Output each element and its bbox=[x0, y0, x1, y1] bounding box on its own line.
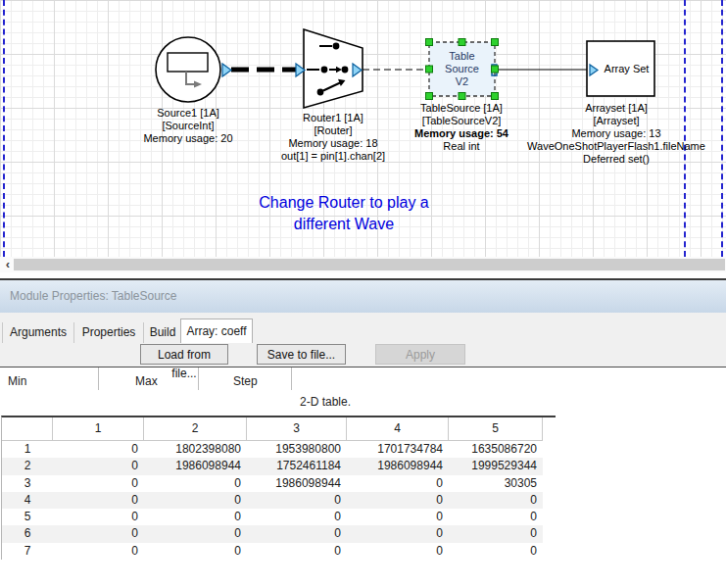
apply-button[interactable]: Apply bbox=[375, 344, 465, 365]
table-row: 700000 bbox=[2, 543, 543, 560]
grid-cell[interactable]: 0 bbox=[449, 492, 543, 509]
source-name-label: Source1 [1A] bbox=[143, 107, 232, 120]
row-header: 6 bbox=[2, 525, 53, 542]
header-separator bbox=[291, 368, 292, 390]
row-header: 7 bbox=[2, 543, 53, 560]
tablesource-body-label: Table Source V2 bbox=[429, 42, 495, 96]
grid-cell[interactable]: 0 bbox=[347, 475, 449, 492]
schematic-canvas[interactable]: Table Source V2 Array Set Source1 [1A] [… bbox=[0, 0, 726, 257]
grid-cell[interactable]: 0 bbox=[144, 525, 247, 542]
grid-cell[interactable]: 1999529344 bbox=[449, 458, 543, 474]
grid-cell[interactable]: 1802398080 bbox=[144, 441, 247, 458]
table-row: 500000 bbox=[2, 509, 543, 525]
grid-cell[interactable]: 0 bbox=[144, 492, 247, 509]
router-name-label: Router1 [1A] bbox=[281, 112, 385, 124]
tab-properties[interactable]: Properties bbox=[73, 322, 143, 343]
grid-cell[interactable]: 1752461184 bbox=[247, 458, 347, 474]
grid-cell[interactable]: 0 bbox=[247, 525, 347, 542]
grid-cell[interactable]: 0 bbox=[144, 475, 247, 492]
source-caption: Source1 [1A] [SourceInt] Memory usage: 2… bbox=[143, 107, 232, 145]
tablesource-memory-label: Memory usage: 54 bbox=[414, 127, 508, 140]
save-to-file-button[interactable]: Save to file... bbox=[257, 344, 346, 365]
router-block[interactable] bbox=[296, 29, 363, 108]
arrayset-memory-label: Memory usage: 13 bbox=[527, 127, 705, 140]
arrayset-caption: Arrayset [1A] [Arrayset] Memory usage: 1… bbox=[527, 102, 705, 166]
router-caption: Router1 [1A] [Router] Memory usage: 18 o… bbox=[281, 112, 385, 163]
tablesource-caption: TableSource [1A] [TableSourceV2] Memory … bbox=[414, 102, 508, 153]
row-header: 1 bbox=[2, 441, 53, 458]
scrollbar-thumb[interactable] bbox=[14, 259, 725, 270]
grid-cell[interactable]: 1986098944 bbox=[144, 458, 247, 474]
col-header: 4 bbox=[347, 417, 449, 440]
tab-arguments[interactable]: Arguments bbox=[2, 322, 73, 343]
table-row: 1018023980801953980800170173478416350867… bbox=[2, 441, 543, 458]
grid-cell[interactable]: 30305 bbox=[449, 475, 543, 492]
grid-cell[interactable]: 0 bbox=[247, 509, 347, 525]
table-row: 2019860989441752461184198609894419995293… bbox=[2, 458, 543, 474]
source-memory-label: Memory usage: 20 bbox=[143, 132, 232, 145]
annotation-line2: different Wave bbox=[259, 214, 428, 235]
grid-cell[interactable]: 0 bbox=[144, 543, 247, 560]
horizontal-scrollbar[interactable]: ‹ bbox=[0, 257, 726, 272]
row-header: 3 bbox=[2, 475, 53, 492]
grid-cell[interactable]: 1953980800 bbox=[247, 441, 347, 458]
grid-cell[interactable]: 0 bbox=[53, 525, 144, 542]
tab-build[interactable]: Build bbox=[143, 322, 182, 343]
grid-cell[interactable]: 0 bbox=[53, 441, 144, 458]
load-from-file-button[interactable]: Load from file... bbox=[140, 344, 228, 365]
col-header: 1 bbox=[53, 417, 144, 440]
row-header: 2 bbox=[2, 458, 53, 474]
grid-cell[interactable]: 0 bbox=[347, 509, 449, 525]
grid-cell[interactable]: 0 bbox=[347, 543, 449, 560]
router-routing-label: out[1] = pin[1].chan[2] bbox=[281, 150, 385, 163]
grid-header-row: 12345 bbox=[2, 417, 543, 441]
arrayset-name-label: Arrayset [1A] bbox=[527, 102, 705, 115]
tablesource-type-label: [TableSourceV2] bbox=[414, 115, 508, 127]
table-caption: 2-D table. bbox=[300, 395, 351, 409]
row-header: 4 bbox=[2, 492, 53, 509]
step-label: Step bbox=[233, 374, 258, 388]
grid-cell[interactable]: 0 bbox=[449, 509, 543, 525]
arrayset-body-label: Array Set bbox=[599, 41, 654, 96]
panel-divider bbox=[0, 367, 726, 368]
app-window: Table Source V2 Array Set Source1 [1A] [… bbox=[0, 0, 726, 588]
module-properties-panel: Module Properties: TableSource Arguments… bbox=[0, 278, 726, 588]
col-header: 3 bbox=[247, 417, 347, 440]
col-header: 5 bbox=[449, 417, 543, 440]
grid-cell[interactable]: 0 bbox=[449, 525, 543, 542]
tablesource-name-label: TableSource [1A] bbox=[414, 102, 508, 115]
min-label: Min bbox=[8, 374, 26, 388]
router-memory-label: Memory usage: 18 bbox=[281, 137, 385, 150]
coeff-grid: 1234510180239808019539808001701734784163… bbox=[1, 416, 556, 560]
tablesource-datatype-label: Real int bbox=[414, 140, 508, 153]
grid-cell[interactable]: 0 bbox=[144, 509, 247, 525]
source-type-label: [SourceInt] bbox=[143, 120, 232, 132]
grid-cell[interactable]: 0 bbox=[53, 492, 144, 509]
tab-array-coeff[interactable]: Array: coeff bbox=[180, 318, 253, 343]
grid-cell[interactable]: 0 bbox=[53, 543, 144, 560]
grid-cell[interactable]: 0 bbox=[53, 458, 144, 474]
col-header: 2 bbox=[144, 417, 247, 440]
grid-cell[interactable]: 0 bbox=[247, 543, 347, 560]
grid-cell[interactable]: 0 bbox=[247, 492, 347, 509]
scroll-left-button[interactable]: ‹ bbox=[2, 257, 14, 271]
grid-cell[interactable]: 0 bbox=[347, 492, 449, 509]
grid-cell[interactable]: 0 bbox=[53, 475, 144, 492]
canvas-annotation[interactable]: Change Router to play a different Wave bbox=[259, 192, 428, 235]
grid-cell[interactable]: 0 bbox=[449, 543, 543, 560]
arrayset-deferred-label: Deferred set() bbox=[527, 153, 705, 166]
grid-cell[interactable]: 1986098944 bbox=[347, 458, 449, 474]
arrayset-type-label: [Arrayset] bbox=[527, 115, 705, 127]
table-row: 3001986098944030305 bbox=[2, 475, 543, 492]
arrayset-filename-label: WaveOneShotPlayerFlash1.fileName bbox=[527, 140, 705, 153]
grid-cell[interactable]: 1701734784 bbox=[347, 441, 449, 458]
grid-cell[interactable]: 0 bbox=[347, 525, 449, 542]
grid-corner-cell bbox=[2, 417, 53, 440]
grid-cell[interactable]: 1986098944 bbox=[247, 475, 347, 492]
header-separator bbox=[98, 368, 99, 390]
annotation-line1: Change Router to play a bbox=[259, 192, 428, 214]
grid-cell[interactable]: 0 bbox=[53, 509, 144, 525]
source-output-pin-icon[interactable] bbox=[222, 64, 231, 76]
grid-cell[interactable]: 1635086720 bbox=[449, 441, 543, 458]
source-block[interactable] bbox=[156, 37, 231, 102]
